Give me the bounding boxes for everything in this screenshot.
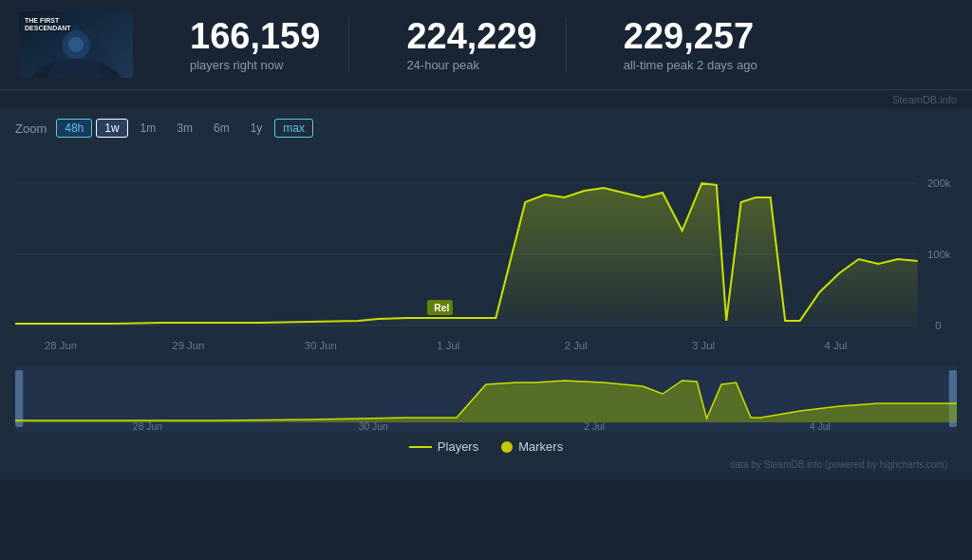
all-time-peak-value: 229,257 xyxy=(624,17,754,57)
current-players-label: players right now xyxy=(190,58,283,72)
svg-text:100k: 100k xyxy=(927,249,951,260)
header-section: THE FIRSTDESCENDANT 166,159 players righ… xyxy=(0,0,972,90)
zoom-bar: Zoom 48h 1w 1m 3m 6m 1y max xyxy=(15,119,957,138)
all-time-peak-label: all-time peak 2 days ago xyxy=(624,58,757,72)
chart-legend: Players Markers xyxy=(15,432,957,457)
zoom-1y-button[interactable]: 1y xyxy=(242,119,271,138)
main-chart: 200k 100k 0 28 Jun 29 Jun 30 Jun 1 Jul 2… xyxy=(15,145,957,364)
game-title-overlay: THE FIRSTDESCENDANT xyxy=(25,17,71,33)
svg-text:28 Jun: 28 Jun xyxy=(133,421,162,432)
chart-controls-area: Zoom 48h 1w 1m 3m 6m 1y max xyxy=(0,109,972,479)
svg-text:30 Jun: 30 Jun xyxy=(359,421,388,432)
navigator-chart: 28 Jun 30 Jun 2 Jul 4 Jul xyxy=(15,365,957,432)
stat-current-players: 166,159 players right now xyxy=(161,17,349,73)
legend-markers: Markers xyxy=(501,439,563,454)
zoom-label: Zoom xyxy=(15,121,47,136)
svg-text:1 Jul: 1 Jul xyxy=(437,340,459,351)
zoom-1w-button[interactable]: 1w xyxy=(96,119,127,138)
current-players-value: 166,159 xyxy=(190,17,320,57)
legend-players: Players xyxy=(409,439,478,454)
zoom-48h-button[interactable]: 48h xyxy=(56,119,92,138)
24h-peak-value: 224,229 xyxy=(406,17,536,57)
main-chart-svg: 200k 100k 0 28 Jun 29 Jun 30 Jun 1 Jul 2… xyxy=(15,145,957,364)
zoom-1m-button[interactable]: 1m xyxy=(132,119,165,138)
svg-point-6 xyxy=(68,37,84,52)
zoom-6m-button[interactable]: 6m xyxy=(205,119,238,138)
24h-peak-label: 24-hour peak xyxy=(406,58,479,72)
svg-text:2 Jul: 2 Jul xyxy=(584,421,605,432)
players-line-icon xyxy=(409,446,432,448)
svg-text:0: 0 xyxy=(935,320,941,331)
svg-text:4 Jul: 4 Jul xyxy=(825,340,848,351)
navigator-svg: 28 Jun 30 Jun 2 Jul 4 Jul xyxy=(15,365,957,432)
svg-text:2 Jul: 2 Jul xyxy=(565,340,588,351)
chart-section: Zoom 48h 1w 1m 3m 6m 1y max xyxy=(0,109,972,479)
svg-text:3 Jul: 3 Jul xyxy=(692,340,715,351)
svg-text:Rel: Rel xyxy=(434,303,449,313)
steamdb-watermark: SteamDB.info xyxy=(0,90,972,109)
zoom-max-button[interactable]: max xyxy=(274,119,313,138)
data-attribution: data by SteamDB.info (powered by highcha… xyxy=(15,457,957,474)
markers-label: Markers xyxy=(518,439,563,454)
markers-dot-icon xyxy=(501,441,513,453)
svg-text:200k: 200k xyxy=(927,177,951,189)
svg-rect-24 xyxy=(15,370,23,427)
players-label: Players xyxy=(438,439,478,454)
svg-text:4 Jul: 4 Jul xyxy=(810,421,831,432)
game-cover-image: THE FIRSTDESCENDANT xyxy=(19,11,133,78)
svg-text:30 Jun: 30 Jun xyxy=(305,340,337,351)
zoom-3m-button[interactable]: 3m xyxy=(168,119,201,138)
stat-24h-peak: 224,229 24-hour peak xyxy=(378,17,566,73)
stat-all-time-peak: 229,257 all-time peak 2 days ago xyxy=(595,17,786,73)
svg-text:28 Jun: 28 Jun xyxy=(45,340,77,351)
svg-text:29 Jun: 29 Jun xyxy=(172,340,204,351)
